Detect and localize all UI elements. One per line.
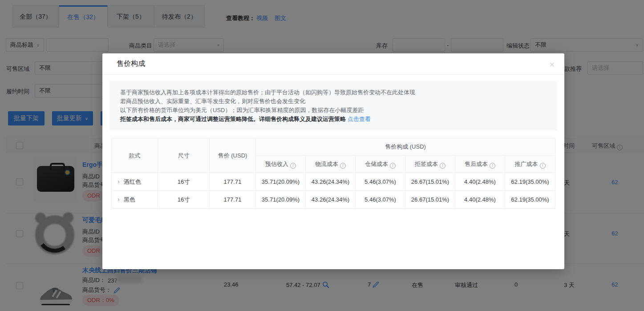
est-income-value: 35.71(20.09%) <box>256 191 306 209</box>
size-value: 16寸 <box>158 191 210 209</box>
price-composition-table: 款式 尺寸 售价 (USD) 售价构成 (USD) 预估收入! 物流成本! 仓储… <box>111 138 555 209</box>
col-price-header: 售价 (USD) <box>210 138 256 173</box>
info-icon[interactable]: ! <box>540 163 546 169</box>
subcol-est-income-header: 预估收入! <box>256 156 306 173</box>
rejection-value: 26.67(15.01%) <box>405 173 455 191</box>
warehouse-value: 5.46(3.07%) <box>356 191 405 209</box>
price-composition-modal: 售价构成 × 基于商家预估收入再加上各项成本计算得出的原始售价；由于平台活动（如… <box>102 53 564 269</box>
subcol-promotion-header: 推广成本! <box>505 156 555 173</box>
style-value: 酒红色 <box>124 178 141 185</box>
promotion-value: 62.19(35.00%) <box>505 191 555 209</box>
info-line-bold: 拒签成本和售后成本，商家可通过调整运营策略降低。详细售价构成释义及建议运营策略 … <box>120 115 547 124</box>
expand-chevron-icon[interactable]: › <box>117 196 120 203</box>
subcol-aftersale-header: 售后成本! <box>455 156 505 173</box>
info-icon[interactable]: ! <box>440 163 446 169</box>
info-line: 基于商家预估收入再加上各项成本计算得出的原始售价；由于平台活动（如闪购等）导致原… <box>120 88 547 97</box>
view-details-link[interactable]: 点击查看 <box>348 116 371 122</box>
info-icon[interactable]: ! <box>340 163 346 169</box>
col-size-header: 尺寸 <box>158 138 210 173</box>
aftersale-value: 4.40(2.48%) <box>455 191 505 209</box>
est-income-value: 35.71(20.09%) <box>256 173 306 191</box>
logistics-value: 43.26(24.34%) <box>306 191 356 209</box>
table-row: ›黑色 16寸 177.71 35.71(20.09%) 43.26(24.34… <box>112 191 555 209</box>
price-value: 177.71 <box>210 191 256 209</box>
aftersale-value: 4.40(2.48%) <box>455 173 505 191</box>
info-icon[interactable]: ! <box>390 163 396 169</box>
screen: 全部（37） 在售（32） 下架（5） 待发布（2） 查看教程： 视频 图文 商… <box>0 0 644 311</box>
logistics-value: 43.26(24.34%) <box>306 173 356 191</box>
close-icon[interactable]: × <box>547 58 556 72</box>
subcol-logistics-header: 物流成本! <box>306 156 356 173</box>
modal-header: 售价构成 <box>102 53 564 75</box>
price-value: 177.71 <box>210 173 256 191</box>
modal-title: 售价构成 <box>117 59 145 69</box>
col-style-header: 款式 <box>112 138 158 173</box>
info-icon[interactable]: ! <box>290 163 296 169</box>
subcol-warehouse-header: 仓储成本! <box>356 156 405 173</box>
subcol-rejection-header: 拒签成本! <box>405 156 455 173</box>
size-value: 16寸 <box>158 173 210 191</box>
group-header: 售价构成 (USD) <box>256 138 555 156</box>
expand-chevron-icon[interactable]: › <box>117 178 120 185</box>
rejection-value: 26.67(15.01%) <box>405 191 455 209</box>
modal-info-box: 基于商家预估收入再加上各项成本计算得出的原始售价；由于平台活动（如闪购等）导致原… <box>109 81 557 131</box>
info-line: 若商品预估收入、实际重量、汇率等发生变化，则对应售价也会发生变化 <box>120 97 547 106</box>
info-icon[interactable]: ! <box>490 163 495 169</box>
table-row: ›酒红色 16寸 177.71 35.71(20.09%) 43.26(24.3… <box>112 173 555 191</box>
info-line: 以下所有价格的货币单位均为美元（USD）；因为汇率和换算精度的原因，数据存在小幅… <box>120 106 547 115</box>
style-value: 黑色 <box>124 196 135 203</box>
promotion-value: 62.19(35.00%) <box>505 173 555 191</box>
info-line-strong-text: 拒签成本和售后成本，商家可通过调整运营策略降低。详细售价构成释义及建议运营策略 <box>120 116 346 122</box>
warehouse-value: 5.46(3.07%) <box>356 173 405 191</box>
